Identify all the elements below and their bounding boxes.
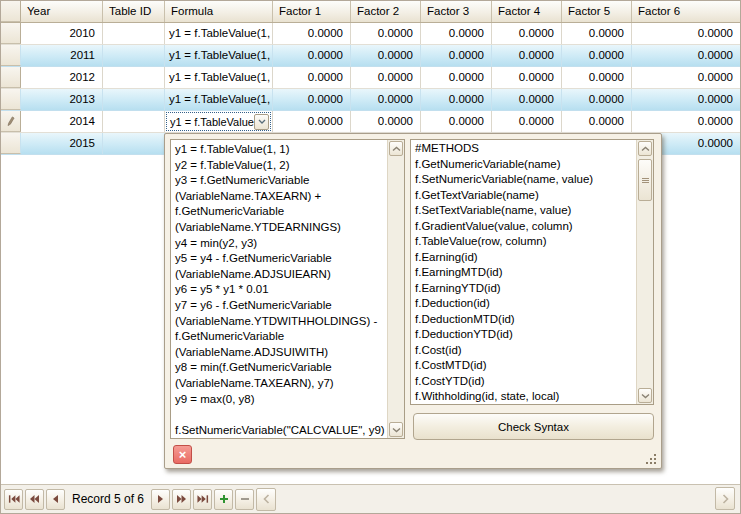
method-list-item[interactable]: f.EarningMTD(id) — [411, 265, 636, 281]
cell-table-id[interactable] — [103, 111, 165, 132]
delete-record-button[interactable] — [235, 489, 254, 510]
method-list-item[interactable]: f.CostMTD(id) — [411, 358, 636, 374]
method-list-item[interactable]: f.Deduction(id) — [411, 296, 636, 312]
scroll-up-icon[interactable] — [389, 141, 403, 156]
cell-factor-5[interactable]: 0.0000 — [562, 45, 632, 66]
row-indicator-pencil-icon[interactable] — [1, 111, 21, 132]
cell-factor-1[interactable]: 0.0000 — [273, 111, 351, 132]
last-record-button[interactable] — [193, 489, 212, 510]
row-indicator[interactable] — [1, 89, 21, 110]
cell-factor-4[interactable]: 0.0000 — [492, 89, 562, 110]
formula-editor-value[interactable]: y1 = f.TableValue(1, — [167, 116, 254, 128]
grid-row-2013[interactable]: 2013y1 = f.TableValue(1, 1)0.00000.00000… — [1, 89, 740, 111]
first-record-button[interactable] — [4, 489, 23, 510]
cell-formula[interactable]: y1 = f.TableValue(1, 1) — [165, 23, 273, 44]
cell-factor-6[interactable]: 0.0000 — [632, 67, 740, 88]
cell-formula[interactable]: y1 = f.TableValue(1, 1) — [165, 89, 273, 110]
cell-factor-3[interactable]: 0.0000 — [421, 111, 492, 132]
method-list-item[interactable]: f.Cost(id) — [411, 343, 636, 359]
cell-factor-4[interactable]: 0.0000 — [492, 67, 562, 88]
column-header-year[interactable]: Year — [21, 1, 103, 22]
cell-factor-1[interactable]: 0.0000 — [273, 45, 351, 66]
cell-factor-1[interactable]: 0.0000 — [273, 67, 351, 88]
grid-row-2014[interactable]: 2014y1 = f.TableValue(1,0.00000.00000.00… — [1, 111, 740, 133]
cell-factor-3[interactable]: 0.0000 — [421, 67, 492, 88]
forward-records-button[interactable] — [172, 489, 191, 510]
cell-year[interactable]: 2015 — [21, 133, 103, 154]
column-header-factor-3[interactable]: Factor 3 — [421, 1, 492, 22]
resize-grip-icon[interactable] — [645, 453, 656, 464]
cell-table-id[interactable] — [103, 23, 165, 44]
scrollbar-thumb[interactable] — [638, 159, 652, 201]
grid-row-2011[interactable]: 2011y1 = f.TableValue(1, 1)0.00000.00000… — [1, 45, 740, 67]
cell-factor-6[interactable]: 0.0000 — [632, 45, 740, 66]
method-list-item[interactable]: f.Earning(id) — [411, 250, 636, 266]
method-list-item[interactable]: f.GradientValue(value, column) — [411, 219, 636, 235]
method-list-item[interactable]: f.DeductionYTD(id) — [411, 327, 636, 343]
column-header-table-id[interactable]: Table ID — [103, 1, 165, 22]
rewind-records-button[interactable] — [25, 489, 44, 510]
cell-factor-5[interactable]: 0.0000 — [562, 89, 632, 110]
cell-factor-2[interactable]: 0.0000 — [351, 45, 421, 66]
cell-year[interactable]: 2013 — [21, 89, 103, 110]
cell-factor-1[interactable]: 0.0000 — [273, 23, 351, 44]
method-list-item[interactable]: f.DeductionMTD(id) — [411, 312, 636, 328]
method-list-item[interactable]: f.GetNumericVariable(name) — [411, 157, 636, 173]
code-editor-scrollbar[interactable] — [387, 140, 404, 438]
cell-factor-4[interactable]: 0.0000 — [492, 111, 562, 132]
method-list-item[interactable]: f.SetTextVariable(name, value) — [411, 203, 636, 219]
cell-factor-3[interactable]: 0.0000 — [421, 23, 492, 44]
row-indicator[interactable] — [1, 67, 21, 88]
cell-factor-3[interactable]: 0.0000 — [421, 89, 492, 110]
cell-year[interactable]: 2012 — [21, 67, 103, 88]
method-list-item[interactable]: f.GetTextVariable(name) — [411, 188, 636, 204]
cell-factor-4[interactable]: 0.0000 — [492, 23, 562, 44]
cell-factor-2[interactable]: 0.0000 — [351, 89, 421, 110]
cell-factor-6[interactable]: 0.0000 — [632, 89, 740, 110]
formula-edit-field[interactable]: y1 = f.TableValue(1, — [166, 112, 271, 131]
column-header-factor-6[interactable]: Factor 6 — [632, 1, 740, 22]
grid-row-2012[interactable]: 2012y1 = f.TableValue(1, 1)0.00000.00000… — [1, 67, 740, 89]
formula-cell-editor[interactable]: y1 = f.TableValue(1, — [165, 111, 273, 132]
scroll-right-icon[interactable] — [715, 487, 735, 510]
cell-table-id[interactable] — [103, 89, 165, 110]
cell-factor-2[interactable]: 0.0000 — [351, 111, 421, 132]
scroll-up-icon[interactable] — [638, 141, 652, 156]
cell-formula[interactable]: y1 = f.TableValue(1, 1) — [165, 45, 273, 66]
row-indicator[interactable] — [1, 45, 21, 66]
cell-factor-5[interactable]: 0.0000 — [562, 23, 632, 44]
cell-factor-3[interactable]: 0.0000 — [421, 45, 492, 66]
cell-factor-6[interactable]: 0.0000 — [632, 111, 740, 132]
cell-table-id[interactable] — [103, 45, 165, 66]
column-header-factor-2[interactable]: Factor 2 — [351, 1, 421, 22]
cell-factor-2[interactable]: 0.0000 — [351, 67, 421, 88]
next-record-button[interactable] — [151, 489, 170, 510]
previous-record-button[interactable] — [46, 489, 65, 510]
check-syntax-button[interactable]: Check Syntax — [413, 413, 654, 440]
column-header-factor-1[interactable]: Factor 1 — [273, 1, 351, 22]
cell-factor-1[interactable]: 0.0000 — [273, 89, 351, 110]
add-record-button[interactable] — [214, 489, 233, 510]
methods-listbox[interactable]: #METHODSf.GetNumericVariable(name)f.SetN… — [410, 139, 654, 405]
cell-formula[interactable]: y1 = f.TableValue(1, 1) — [165, 67, 273, 88]
scroll-down-icon[interactable] — [638, 388, 652, 403]
method-list-item[interactable]: f.TableValue(row, column) — [411, 234, 636, 250]
scroll-down-icon[interactable] — [389, 422, 403, 437]
cell-factor-2[interactable]: 0.0000 — [351, 23, 421, 44]
method-list-item[interactable]: f.Withholding(id, state, local) — [411, 389, 636, 404]
formula-code-editor[interactable]: y1 = f.TableValue(1, 1) y2 = f.TableValu… — [170, 139, 405, 439]
row-indicator[interactable] — [1, 133, 21, 154]
cell-factor-6[interactable]: 0.0000 — [632, 23, 740, 44]
column-header-factor-5[interactable]: Factor 5 — [562, 1, 632, 22]
cell-factor-4[interactable]: 0.0000 — [492, 45, 562, 66]
cell-year[interactable]: 2011 — [21, 45, 103, 66]
column-header-formula[interactable]: Formula — [165, 1, 273, 22]
cell-year[interactable]: 2010 — [21, 23, 103, 44]
dropdown-arrow-icon[interactable] — [254, 114, 269, 130]
grid-row-2010[interactable]: 2010y1 = f.TableValue(1, 1)0.00000.00000… — [1, 23, 740, 45]
cell-factor-5[interactable]: 0.0000 — [562, 111, 632, 132]
cell-table-id[interactable] — [103, 133, 165, 154]
scroll-left-icon[interactable] — [256, 488, 276, 511]
column-header-factor-4[interactable]: Factor 4 — [492, 1, 562, 22]
formula-code-text[interactable]: y1 = f.TableValue(1, 1) y2 = f.TableValu… — [171, 140, 387, 438]
